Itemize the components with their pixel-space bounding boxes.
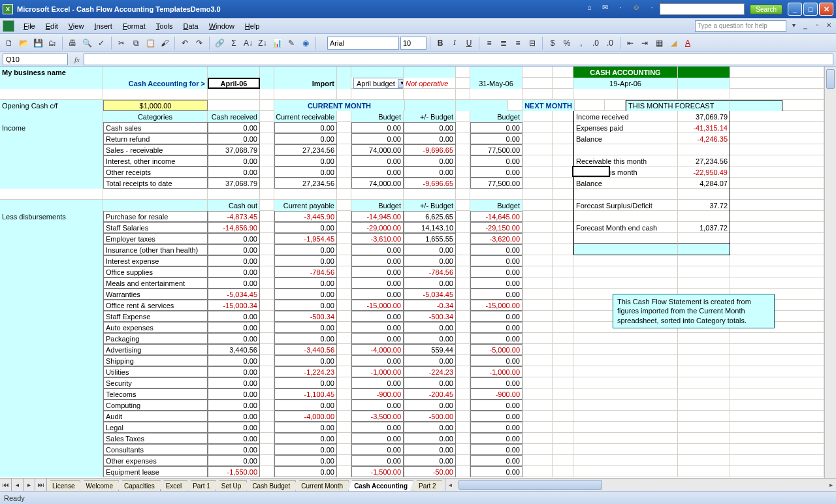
payable-cell[interactable]: 0.00 [274, 455, 337, 466]
spell-icon[interactable]: ✓ [95, 37, 108, 50]
cell[interactable] [522, 255, 553, 266]
cell[interactable] [522, 200, 553, 211]
pm-budget-cell[interactable]: 6,625.65 [404, 211, 456, 222]
forecast-row-value[interactable]: 27,234.56 [678, 155, 730, 166]
cell[interactable] [730, 433, 824, 444]
cell[interactable] [0, 89, 103, 100]
next-budget-cell[interactable]: 0.00 [470, 444, 522, 455]
next-budget-cell[interactable]: 0.00 [470, 455, 522, 466]
forecast-row-label[interactable] [573, 266, 678, 277]
budget-cell[interactable]: 0.00 [351, 244, 404, 255]
cell[interactable] [260, 89, 274, 100]
cell[interactable] [553, 433, 573, 444]
close-button[interactable]: ✕ [819, 3, 833, 16]
forecast-row-value[interactable] [678, 388, 730, 400]
cell[interactable] [522, 144, 553, 155]
payable-cell[interactable]: 0.00 [274, 300, 337, 311]
cell[interactable] [103, 189, 208, 200]
next-budget-cell[interactable]: 0.00 [470, 266, 522, 277]
cell[interactable] [337, 466, 351, 477]
forecast-row-value[interactable]: -22,950.49 [678, 166, 730, 178]
cell[interactable] [260, 289, 274, 300]
pm-budget-header[interactable]: +/- Budget [404, 200, 456, 211]
forecast-row-label[interactable] [573, 466, 678, 477]
less-disbursements-label[interactable] [0, 355, 103, 366]
payable-cell[interactable]: 0.00 [274, 255, 337, 266]
cash-received-header[interactable]: Cash received [208, 111, 260, 122]
cell[interactable] [730, 422, 824, 433]
align-left-icon[interactable]: ≡ [483, 37, 496, 50]
pm-budget-cell[interactable]: 14,143.10 [404, 222, 456, 233]
cell[interactable] [337, 211, 351, 222]
cash-out-cell[interactable]: 0.00 [208, 355, 260, 366]
forecast-row-value[interactable] [678, 455, 730, 466]
import-dropdown[interactable]: April budget▼ [353, 78, 404, 89]
pm-budget-cell[interactable]: -50.00 [404, 466, 456, 477]
cell[interactable] [522, 189, 553, 200]
cell[interactable] [730, 189, 824, 200]
sheet-tab[interactable]: Part 2 [413, 480, 442, 491]
payable-cell[interactable]: -500.34 [274, 311, 337, 322]
cell[interactable] [456, 166, 470, 178]
next-budget-cell[interactable]: -3,620.00 [470, 233, 522, 244]
forecast-row-label[interactable]: Balance [573, 178, 678, 189]
cell[interactable] [337, 411, 351, 422]
sheet-tab[interactable]: License [46, 480, 80, 491]
forecast-row-label[interactable] [573, 233, 678, 244]
cell[interactable] [553, 178, 573, 189]
cell[interactable] [522, 366, 553, 377]
cash-out-cell[interactable]: 0.00 [208, 400, 260, 411]
budget-cell[interactable]: 0.00 [351, 166, 404, 178]
next-budget-cell[interactable]: -15,000.00 [470, 300, 522, 311]
menu-insert[interactable]: Insert [89, 21, 118, 31]
business-name[interactable]: My business name [0, 67, 103, 78]
cell[interactable] [522, 377, 553, 388]
less-disbursements-label[interactable] [0, 400, 103, 411]
forecast-row-label[interactable] [573, 388, 678, 400]
cash-out-cell[interactable]: 0.00 [208, 277, 260, 289]
cell[interactable] [730, 200, 824, 211]
cell[interactable] [730, 133, 824, 144]
forecast-row-label[interactable]: Income received [573, 111, 678, 122]
cell[interactable] [522, 355, 553, 366]
cell[interactable] [678, 78, 730, 89]
less-disbursements-label[interactable] [0, 255, 103, 266]
payable-cell[interactable]: 0.00 [274, 433, 337, 444]
pm-budget-cell[interactable]: 0.00 [404, 255, 456, 266]
cell[interactable] [456, 233, 470, 244]
category-cell[interactable]: Other receipts [103, 166, 208, 178]
cash-out-cell[interactable]: 0.00 [208, 333, 260, 344]
category-cell[interactable]: Interest expense [103, 255, 208, 266]
cell[interactable] [456, 78, 470, 89]
payable-cell[interactable]: 0.00 [274, 289, 337, 300]
forecast-row-value[interactable] [678, 333, 730, 344]
forecast-row-value[interactable]: -4,246.35 [678, 133, 730, 144]
forecast-row-label[interactable] [573, 244, 678, 255]
pm-budget-cell[interactable]: 0.00 [404, 122, 456, 133]
cell[interactable] [730, 222, 824, 233]
payable-cell[interactable]: -3,445.90 [274, 211, 337, 222]
budget-cell[interactable]: 0.00 [351, 422, 404, 433]
budget-cell[interactable]: -3,610.00 [351, 233, 404, 244]
import-label[interactable]: Import [274, 78, 337, 89]
income-label[interactable]: Income [0, 122, 103, 133]
sheet-tab[interactable]: Part 1 [187, 480, 216, 491]
cell[interactable] [456, 266, 470, 277]
cell[interactable] [553, 78, 573, 89]
cell[interactable] [508, 100, 522, 111]
cell[interactable] [0, 189, 103, 200]
cell[interactable] [260, 455, 274, 466]
tab-first-icon[interactable]: ⏮ [0, 479, 12, 491]
app-icon[interactable] [3, 20, 14, 32]
cell[interactable] [260, 78, 274, 89]
income-label[interactable] [0, 166, 103, 178]
cell[interactable] [260, 178, 274, 189]
forecast-row-value[interactable] [678, 422, 730, 433]
budget-header[interactable]: Budget [351, 200, 404, 211]
pm-budget-cell[interactable]: 0.00 [404, 400, 456, 411]
menu-window[interactable]: Window [204, 21, 240, 31]
category-cell[interactable]: Purchase for resale [103, 211, 208, 222]
cell[interactable] [456, 400, 470, 411]
menu-file[interactable]: File [18, 21, 40, 31]
cell[interactable] [337, 433, 351, 444]
